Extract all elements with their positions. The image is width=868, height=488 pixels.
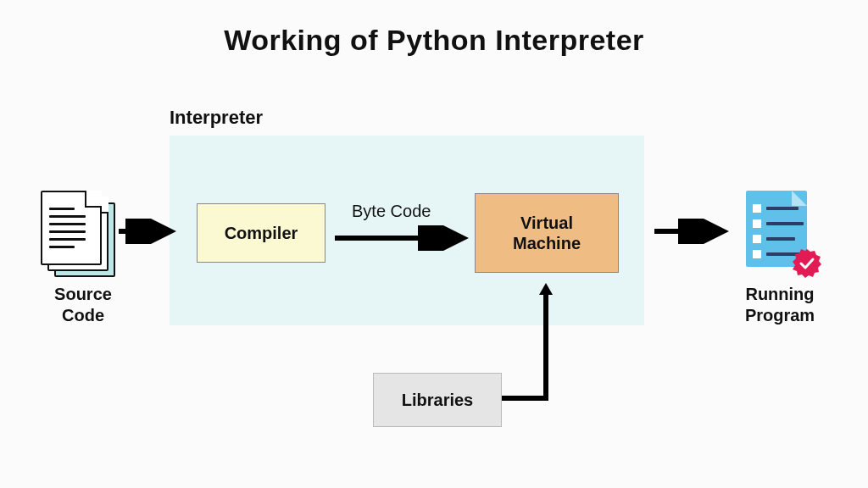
virtual-machine-block: Virtual Machine: [475, 193, 619, 273]
bytecode-label: Byte Code: [352, 202, 431, 221]
compiler-block: Compiler: [197, 203, 326, 263]
libraries-block: Libraries: [373, 373, 502, 427]
page-title: Working of Python Interpreter: [0, 24, 868, 57]
svg-marker-0: [793, 249, 821, 278]
source-code-label: Source Code: [41, 284, 125, 326]
virtual-machine-label: Virtual Machine: [513, 213, 581, 253]
running-program-label: Running Program: [729, 284, 831, 326]
running-program-icon: [746, 191, 814, 275]
interpreter-label: Interpreter: [170, 107, 263, 129]
compiler-label: Compiler: [225, 224, 298, 243]
source-code-icon: [41, 191, 117, 275]
libraries-label: Libraries: [402, 391, 473, 410]
arrow-vm-to-running: [654, 219, 731, 244]
check-seal-icon: [792, 248, 822, 279]
